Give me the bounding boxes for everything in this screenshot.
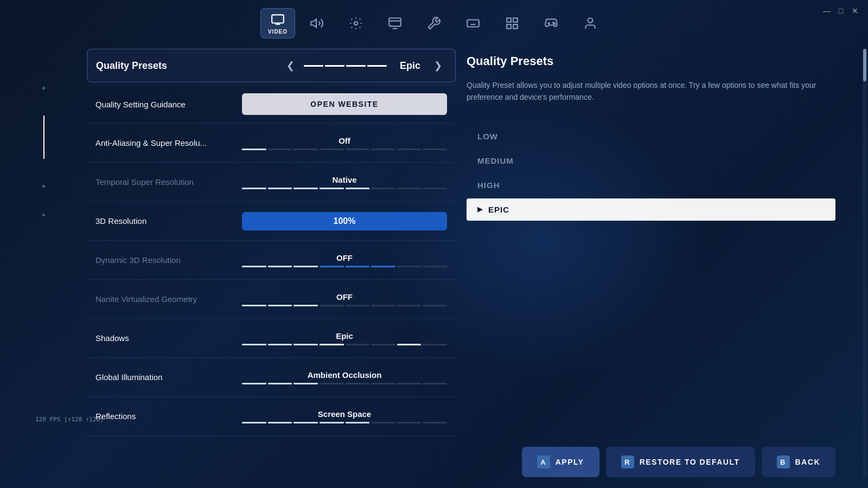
restore-label: RESTORE TO DEFAULT [640,458,740,466]
slider-seg-4-1 [268,266,292,267]
preset-tick-3 [367,65,387,67]
apply-label: APPLY [556,458,584,466]
slider-track-5[interactable] [242,305,447,306]
slider-seg-7-2 [293,383,318,384]
slider-seg-8-6 [397,422,422,423]
slider-track-7[interactable] [242,383,447,384]
setting-row: Global IlluminationAmbient Occlusion [87,358,456,397]
setting-row: Dynamic 3D ResolutionOFF [87,241,456,280]
setting-control-5: OFF [242,292,447,306]
open-website-button[interactable]: OPEN WEBSITE [242,93,447,115]
apply-button[interactable]: A APPLY [522,447,599,477]
slider-seg-5-5 [371,305,395,306]
preset-options: LOWMEDIUMHIGH▶EPIC [467,125,835,221]
nav-icon-profile[interactable] [573,8,608,38]
info-title: Quality Presets [467,54,835,68]
slider-seg-4-6 [397,266,422,267]
slider-track-6[interactable] [242,344,447,345]
slider-seg-7-1 [268,383,292,384]
apply-icon: A [537,455,550,468]
setting-value-5: OFF [336,292,353,301]
slider-seg-6-7 [423,344,447,345]
slider-seg-8-5 [371,422,395,423]
scroll-indicator [42,87,45,216]
setting-control-1: Off [242,136,447,150]
slider-seg-7-6 [397,383,422,384]
preset-option-arrow: ▶ [477,206,483,213]
settings-list: Quality Setting GuidanceOPEN WEBSITEAnti… [87,85,456,477]
nav-icon-keyboard[interactable] [456,8,490,38]
preset-right-arrow[interactable]: ❯ [429,57,446,74]
scroll-line [43,115,44,159]
setting-name-1: Anti-Aliasing & Super Resolu... [95,138,242,147]
slider-seg-8-7 [423,422,447,423]
slider-seg-7-3 [320,383,344,384]
nav-icon-gamepad[interactable] [534,8,569,38]
restore-icon: R [621,455,634,468]
slider-seg-5-2 [293,305,318,306]
preset-option-high[interactable]: HIGH [467,174,835,196]
setting-row: Quality Setting GuidanceOPEN WEBSITE [87,85,456,124]
slider-seg-6-4 [346,344,370,345]
slider-track-8[interactable] [242,422,447,423]
setting-row: ShadowsEpic [87,319,456,358]
slider-track-4[interactable] [242,266,447,267]
scroll-bar[interactable] [863,49,867,477]
scroll-dot [42,87,45,89]
setting-control-0[interactable]: OPEN WEBSITE [242,93,447,115]
restore-button[interactable]: R RESTORE TO DEFAULT [606,447,755,477]
preset-option-medium[interactable]: MEDIUM [467,150,835,172]
setting-name-7: Global Illumination [95,373,242,382]
preset-option-low[interactable]: LOW [467,125,835,147]
slider-seg-2-5 [371,188,395,189]
slider-seg-2-6 [397,188,422,189]
setting-control-3: 100% [242,212,447,230]
slider-seg-6-6 [397,344,422,345]
info-panel: Quality Presets Quality Preset allows yo… [467,54,835,434]
preset-track [304,65,387,67]
setting-value-2: Native [332,175,356,184]
title-bar: — □ ✕ [814,0,868,22]
preset-option-epic[interactable]: ▶EPIC [467,198,835,221]
setting-value-7: Ambient Occlusion [308,370,382,380]
slider-seg-1-1 [268,149,292,150]
action-bar: A APPLY R RESTORE TO DEFAULT B BACK [467,447,835,477]
preset-option-label-low: LOW [477,132,498,141]
minimize-button[interactable]: — [820,4,833,17]
slider-seg-1-0 [242,149,266,150]
setting-control-8: Screen Space [242,409,447,423]
quality-presets-bar: Quality Presets ❮ Epic ❯ [87,49,456,82]
slider-seg-2-3 [320,188,344,189]
preset-tick-0 [304,65,323,67]
nav-icon-video[interactable]: VIDEO [260,8,295,38]
slider-seg-2-2 [293,188,318,189]
slider-seg-5-6 [397,305,422,306]
nav-icon-controls[interactable] [417,8,451,38]
slider-seg-2-7 [423,188,447,189]
slider-seg-8-0 [242,422,266,423]
back-button[interactable]: B BACK [762,447,835,477]
settings-panel: Quality Presets ❮ Epic ❯ Quality Setting… [87,49,456,477]
slider-seg-6-1 [268,344,292,345]
close-button[interactable]: ✕ [848,4,861,17]
setting-row: Anti-Aliasing & Super Resolu...Off [87,124,456,163]
maximize-button[interactable]: □ [834,4,847,17]
nav-icon-display[interactable] [378,8,412,38]
slider-track-2[interactable] [242,188,447,189]
slider-seg-6-0 [242,344,266,345]
slider-seg-4-3 [320,266,344,267]
svg-point-21 [554,23,555,24]
nav-icon-audio[interactable] [299,8,334,38]
preset-left-arrow[interactable]: ❮ [282,57,299,74]
slider-seg-2-4 [346,188,370,189]
scroll-dot [42,185,45,188]
nav-icon-settings[interactable] [339,8,373,38]
preset-tick-2 [346,65,366,67]
setting-name-4: Dynamic 3D Resolution [95,255,242,265]
slider-seg-5-1 [268,305,292,306]
nav-icon-apps[interactable] [495,8,529,38]
slider-track-1[interactable] [242,149,447,150]
slider-seg-1-2 [293,149,318,150]
setting-value-3[interactable]: 100% [242,212,447,230]
slider-seg-7-4 [346,383,370,384]
